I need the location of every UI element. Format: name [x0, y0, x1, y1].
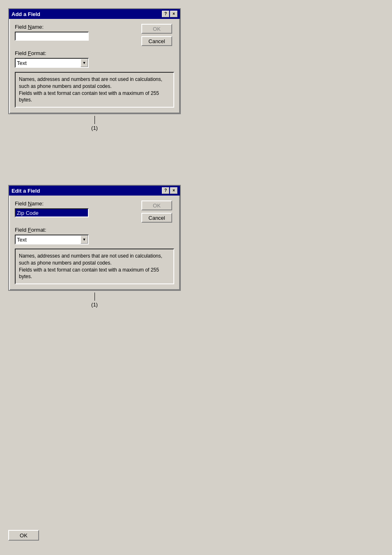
field-name-row: Field Name: OK Cancel [15, 24, 174, 46]
titlebar-buttons: ? × [162, 11, 178, 17]
dialog-title: Add a Field [12, 11, 162, 17]
help-button-2[interactable]: ? [162, 187, 169, 194]
field-format-select[interactable]: Text Number Date Currency [15, 58, 89, 68]
add-field-dialog: Add a Field ? × Field Name: OK Cancel Fi… [8, 8, 181, 133]
bottom-ok-button[interactable]: OK [8, 530, 39, 541]
dialog-title-2: Edit a Field [12, 188, 162, 194]
titlebar-buttons-2: ? × [162, 187, 178, 194]
dialog-box: Add a Field ? × Field Name: OK Cancel Fi… [8, 8, 181, 114]
close-button[interactable]: × [170, 11, 178, 17]
ok-button-2[interactable]: OK [141, 200, 172, 210]
field-format-label: Field Format: [15, 50, 174, 56]
field-name-left-2: Field Name: [15, 200, 137, 217]
titlebar: Add a Field ? × [9, 9, 180, 19]
field-name-row-2: Field Name: OK Cancel [15, 200, 174, 223]
vertical-line-icon-2 [95, 292, 95, 301]
help-button[interactable]: ? [162, 11, 169, 17]
field-format-select-2[interactable]: Text Number Date Currency [15, 235, 89, 244]
connector-label: (1) [91, 125, 98, 131]
connector-line-1: (1) [8, 114, 181, 133]
description-text: Names, addresses and numbers that are no… [19, 76, 162, 103]
edit-field-dialog: Edit a Field ? × Field Name: OK Cancel F… [8, 185, 181, 309]
field-name-input[interactable] [15, 32, 89, 41]
field-format-wrapper-2: Text Number Date Currency ▼ [15, 235, 89, 244]
field-format-wrapper: Text Number Date Currency ▼ [15, 58, 89, 68]
field-format-section-2: Field Format: Text Number Date Currency … [15, 227, 174, 244]
field-format-label-2: Field Format: [15, 227, 174, 233]
field-name-left: Field Name: [15, 24, 137, 41]
close-button-2[interactable]: × [170, 187, 178, 194]
ok-button[interactable]: OK [141, 24, 172, 34]
cancel-button-2[interactable]: Cancel [141, 213, 172, 223]
description-box-2: Names, addresses and numbers that are no… [15, 249, 174, 284]
dialog-body: Field Name: OK Cancel Field Format: Text… [9, 19, 180, 113]
dialog-box-2: Edit a Field ? × Field Name: OK Cancel F… [8, 185, 181, 291]
field-name-right: OK Cancel [141, 24, 174, 46]
dialog-body-2: Field Name: OK Cancel Field Format: Text… [9, 196, 180, 290]
description-text-2: Names, addresses and numbers that are no… [19, 253, 162, 279]
titlebar-2: Edit a Field ? × [9, 186, 180, 196]
connector-label-2: (1) [91, 302, 98, 308]
field-name-input-2[interactable] [15, 208, 89, 217]
vertical-line-icon [95, 116, 95, 124]
cancel-button[interactable]: Cancel [141, 36, 172, 46]
field-name-label: Field Name: [15, 24, 137, 30]
field-format-section: Field Format: Text Number Date Currency … [15, 50, 174, 68]
connector-line-2: (1) [8, 291, 181, 309]
field-name-label-2: Field Name: [15, 200, 137, 207]
description-box: Names, addresses and numbers that are no… [15, 72, 174, 108]
field-name-right-2: OK Cancel [141, 200, 174, 223]
